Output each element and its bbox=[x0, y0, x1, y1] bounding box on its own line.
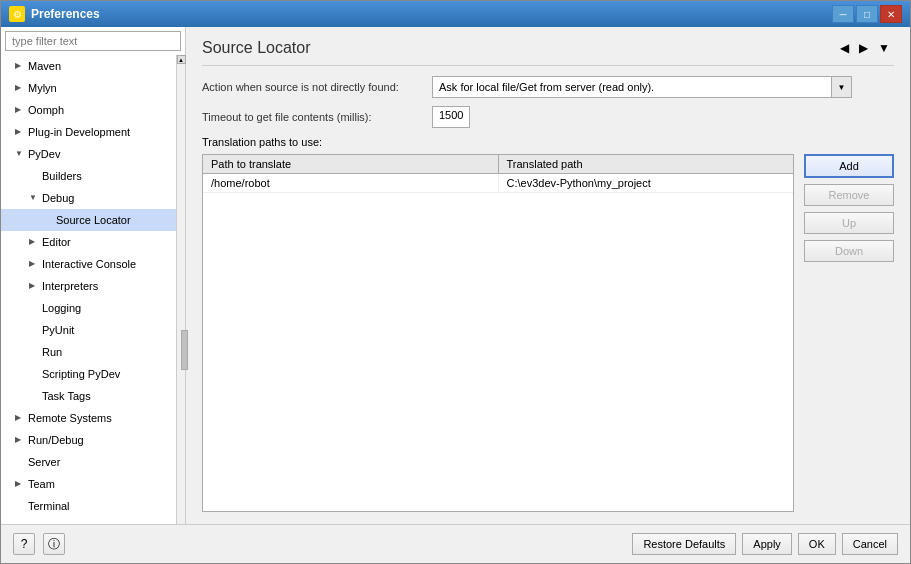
tree-label-source-locator: Source Locator bbox=[56, 211, 131, 229]
timeout-row: Timeout to get file contents (millis): 1… bbox=[202, 106, 894, 128]
scroll-thumb[interactable] bbox=[181, 330, 188, 370]
action-value: Ask for local file/Get from server (read… bbox=[433, 79, 831, 95]
help-icon[interactable]: ? bbox=[13, 533, 35, 555]
tree-item-editor[interactable]: ▶Editor bbox=[1, 231, 176, 253]
tree-item-pydev[interactable]: ▼PyDev bbox=[1, 143, 176, 165]
header-translated: Translated path bbox=[499, 155, 794, 173]
close-button[interactable]: ✕ bbox=[880, 5, 902, 23]
tree-item-run-debug[interactable]: ▶Run/Debug bbox=[1, 429, 176, 451]
tree-item-validation[interactable]: Validation bbox=[1, 517, 176, 524]
tree-item-pyunit[interactable]: PyUnit bbox=[1, 319, 176, 341]
tree-item-mylyn[interactable]: ▶Mylyn bbox=[1, 77, 176, 99]
tree-item-interpreters[interactable]: ▶Interpreters bbox=[1, 275, 176, 297]
nav-back-button[interactable]: ◀ bbox=[836, 39, 853, 57]
dialog-main: ▶Maven▶Mylyn▶Oomph▶Plug-in Development▼P… bbox=[1, 27, 910, 524]
tree-label-debug: Debug bbox=[42, 189, 74, 207]
tree-item-interactive-console[interactable]: ▶Interactive Console bbox=[1, 253, 176, 275]
preferences-dialog: ⚙ Preferences ─ □ ✕ ▶Maven▶Mylyn▶Oomph▶P… bbox=[0, 0, 911, 564]
table-section: Path to translate Translated path /home/… bbox=[202, 154, 894, 512]
tree-item-run[interactable]: Run bbox=[1, 341, 176, 363]
action-dropdown-arrow[interactable]: ▼ bbox=[831, 77, 851, 97]
tree-label-editor: Editor bbox=[42, 233, 71, 251]
nav-forward-button[interactable]: ▶ bbox=[855, 39, 872, 57]
arrow-icon-mylyn: ▶ bbox=[15, 79, 25, 97]
tree-label-server: Server bbox=[28, 453, 60, 471]
arrow-icon-remote-systems: ▶ bbox=[15, 409, 25, 427]
action-label: Action when source is not directly found… bbox=[202, 81, 432, 93]
tree-label-maven: Maven bbox=[28, 57, 61, 75]
tree-area: ▶Maven▶Mylyn▶Oomph▶Plug-in Development▼P… bbox=[1, 55, 176, 524]
tree-item-plugin-dev[interactable]: ▶Plug-in Development bbox=[1, 121, 176, 143]
timeout-label: Timeout to get file contents (millis): bbox=[202, 111, 432, 123]
tree-item-team[interactable]: ▶Team bbox=[1, 473, 176, 495]
add-button[interactable]: Add bbox=[804, 154, 894, 178]
tree-item-maven[interactable]: ▶Maven bbox=[1, 55, 176, 77]
translation-label: Translation paths to use: bbox=[202, 136, 894, 148]
left-panel: ▶Maven▶Mylyn▶Oomph▶Plug-in Development▼P… bbox=[1, 27, 186, 524]
footer-right: Restore Defaults Apply OK Cancel bbox=[632, 533, 898, 555]
panel-nav: ◀ ▶ ▼ bbox=[836, 39, 894, 57]
tree-label-terminal: Terminal bbox=[28, 497, 70, 515]
tree-item-logging[interactable]: Logging bbox=[1, 297, 176, 319]
arrow-icon-interpreters: ▶ bbox=[29, 277, 39, 295]
arrow-icon-editor: ▶ bbox=[29, 233, 39, 251]
tree-item-server[interactable]: Server bbox=[1, 451, 176, 473]
minimize-button[interactable]: ─ bbox=[832, 5, 854, 23]
down-button[interactable]: Down bbox=[804, 240, 894, 262]
arrow-icon-interactive-console: ▶ bbox=[29, 255, 39, 273]
table-header: Path to translate Translated path bbox=[203, 155, 793, 174]
table-body: /home/robotC:\ev3dev-Python\my_project bbox=[203, 174, 793, 511]
apply-button[interactable]: Apply bbox=[742, 533, 792, 555]
arrow-icon-plugin-dev: ▶ bbox=[15, 123, 25, 141]
header-path: Path to translate bbox=[203, 155, 499, 173]
arrow-icon-debug: ▼ bbox=[29, 189, 39, 207]
filter-input[interactable] bbox=[5, 31, 181, 51]
scroll-up[interactable]: ▲ bbox=[177, 55, 186, 64]
action-dropdown[interactable]: Ask for local file/Get from server (read… bbox=[432, 76, 852, 98]
tree-label-mylyn: Mylyn bbox=[28, 79, 57, 97]
panel-title-bar: Source Locator ◀ ▶ ▼ bbox=[202, 39, 894, 66]
table-row[interactable]: /home/robotC:\ev3dev-Python\my_project bbox=[203, 174, 793, 193]
tree-wrapper: ▶Maven▶Mylyn▶Oomph▶Plug-in Development▼P… bbox=[1, 55, 185, 524]
arrow-icon-maven: ▶ bbox=[15, 57, 25, 75]
dialog-body: ▶Maven▶Mylyn▶Oomph▶Plug-in Development▼P… bbox=[1, 27, 910, 563]
title-bar: ⚙ Preferences ─ □ ✕ bbox=[1, 1, 910, 27]
cell-path: /home/robot bbox=[203, 174, 499, 192]
info-icon[interactable]: ⓘ bbox=[43, 533, 65, 555]
scrollbar[interactable]: ▲ ▼ bbox=[176, 55, 185, 524]
title-bar-text: Preferences bbox=[31, 7, 826, 21]
tree-label-plugin-dev: Plug-in Development bbox=[28, 123, 130, 141]
tree-item-builders[interactable]: Builders bbox=[1, 165, 176, 187]
tree-item-terminal[interactable]: Terminal bbox=[1, 495, 176, 517]
tree-item-oomph[interactable]: ▶Oomph bbox=[1, 99, 176, 121]
restore-defaults-button[interactable]: Restore Defaults bbox=[632, 533, 736, 555]
tree-item-scripting-pydev[interactable]: Scripting PyDev bbox=[1, 363, 176, 385]
tree-label-scripting-pydev: Scripting PyDev bbox=[42, 365, 120, 383]
panel-title-text: Source Locator bbox=[202, 39, 311, 57]
translation-table: Path to translate Translated path /home/… bbox=[202, 154, 794, 512]
tree-item-source-locator[interactable]: Source Locator bbox=[1, 209, 176, 231]
tree-item-remote-systems[interactable]: ▶Remote Systems bbox=[1, 407, 176, 429]
tree-label-run: Run bbox=[42, 343, 62, 361]
footer-left: ? ⓘ bbox=[13, 533, 65, 555]
maximize-button[interactable]: □ bbox=[856, 5, 878, 23]
tree-item-debug[interactable]: ▼Debug bbox=[1, 187, 176, 209]
tree-label-task-tags: Task Tags bbox=[42, 387, 91, 405]
arrow-icon-pydev: ▼ bbox=[15, 145, 25, 163]
tree-label-remote-systems: Remote Systems bbox=[28, 409, 112, 427]
tree-label-pyunit: PyUnit bbox=[42, 321, 74, 339]
remove-button[interactable]: Remove bbox=[804, 184, 894, 206]
action-row: Action when source is not directly found… bbox=[202, 76, 894, 98]
tree-label-logging: Logging bbox=[42, 299, 81, 317]
cancel-button[interactable]: Cancel bbox=[842, 533, 898, 555]
arrow-icon-oomph: ▶ bbox=[15, 101, 25, 119]
arrow-icon-team: ▶ bbox=[15, 475, 25, 493]
nav-dropdown-button[interactable]: ▼ bbox=[874, 39, 894, 57]
tree-item-task-tags[interactable]: Task Tags bbox=[1, 385, 176, 407]
app-icon: ⚙ bbox=[9, 6, 25, 22]
timeout-value[interactable]: 1500 bbox=[432, 106, 470, 128]
title-bar-controls: ─ □ ✕ bbox=[832, 5, 902, 23]
tree-label-interpreters: Interpreters bbox=[42, 277, 98, 295]
up-button[interactable]: Up bbox=[804, 212, 894, 234]
ok-button[interactable]: OK bbox=[798, 533, 836, 555]
